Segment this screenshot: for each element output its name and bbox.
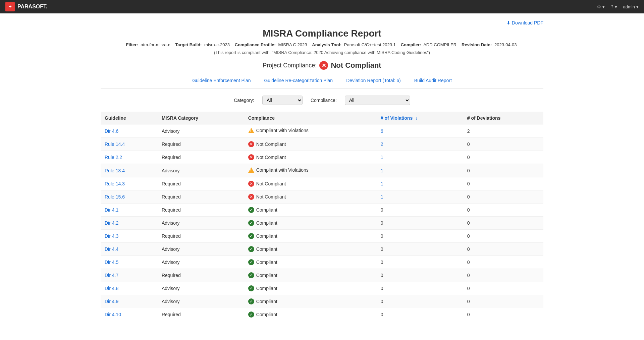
project-compliance-label: Project Compliance: bbox=[263, 62, 317, 69]
deviations-cell: 0 bbox=[463, 256, 543, 269]
guideline-link[interactable]: Rule 2.2 bbox=[105, 155, 122, 160]
compliance-badge: ✓Compliant bbox=[248, 259, 277, 265]
compliance-profile-label: Compliance Profile: bbox=[235, 42, 276, 47]
guideline-link[interactable]: Dir 4.7 bbox=[105, 273, 118, 278]
compliance-text: Compliant with Violations bbox=[256, 128, 309, 133]
help-icon: ? bbox=[611, 4, 613, 9]
violations-link[interactable]: 1 bbox=[381, 155, 383, 160]
compliance-note: (This report is compliant with: "MISRA C… bbox=[101, 50, 543, 55]
revision-date-value: 2023-04-03 bbox=[494, 42, 517, 47]
guideline-link[interactable]: Dir 4.2 bbox=[105, 220, 118, 226]
compliant-icon: ✓ bbox=[248, 285, 254, 291]
table-row: Dir 4.9Advisory✓Compliant00 bbox=[101, 295, 543, 308]
guideline-link[interactable]: Dir 4.1 bbox=[105, 207, 118, 213]
violations-link[interactable]: 6 bbox=[381, 128, 383, 134]
violations-link[interactable]: 2 bbox=[381, 141, 383, 147]
compliant-icon: ✓ bbox=[248, 246, 254, 252]
compliance-filter-select[interactable]: All Compliant Not Compliant Compliant wi… bbox=[345, 96, 410, 105]
user-dropdown-arrow: ▾ bbox=[636, 4, 639, 9]
table-row: Dir 4.1Required✓Compliant00 bbox=[101, 204, 543, 217]
deviations-cell: 0 bbox=[463, 204, 543, 217]
violations-link[interactable]: 1 bbox=[381, 168, 383, 173]
guideline-link[interactable]: Dir 4.10 bbox=[105, 312, 121, 317]
deviations-cell: 2 bbox=[463, 124, 543, 138]
warning-icon: ! bbox=[248, 167, 254, 173]
build-audit-report-link[interactable]: Build Audit Report bbox=[414, 78, 452, 83]
violations-cell: 0 bbox=[377, 282, 463, 295]
guideline-link[interactable]: Dir 4.9 bbox=[105, 299, 118, 304]
misra-category-cell: Advisory bbox=[158, 164, 244, 177]
compliance-profile-value: MISRA C 2023 bbox=[278, 42, 307, 47]
deviations-cell: 0 bbox=[463, 230, 543, 243]
compliance-text: Compliant bbox=[256, 207, 277, 213]
category-filter-select[interactable]: All Required Advisory Mandatory bbox=[262, 96, 303, 105]
col-compliance: Compliance bbox=[244, 112, 377, 124]
warning-icon: ! bbox=[248, 128, 254, 133]
compliance-badge: !Compliant with Violations bbox=[248, 128, 309, 133]
table-row: Dir 4.3Required✓Compliant00 bbox=[101, 230, 543, 243]
target-build-label: Target Build: bbox=[175, 42, 202, 47]
compliance-text: Compliant bbox=[256, 246, 277, 252]
col-num-deviations: # of Deviations bbox=[463, 112, 543, 124]
deviation-report-link[interactable]: Deviation Report (Total: 6) bbox=[346, 78, 401, 83]
compliant-icon: ✓ bbox=[248, 207, 254, 213]
table-row: Rule 14.3Required✕Not Compliant10 bbox=[101, 177, 543, 190]
compliance-text: Compliant bbox=[256, 233, 277, 239]
compliance-badge: ✕Not Compliant bbox=[248, 141, 286, 147]
guideline-link[interactable]: Dir 4.5 bbox=[105, 260, 118, 265]
compliance-text: Compliant bbox=[256, 260, 277, 265]
guideline-link[interactable]: Rule 13.4 bbox=[105, 168, 125, 173]
violations-cell: 0 bbox=[377, 230, 463, 243]
violations-link[interactable]: 1 bbox=[381, 194, 383, 200]
user-menu-button[interactable]: admin ▾ bbox=[623, 4, 639, 9]
table-row: Dir 4.10Required✓Compliant00 bbox=[101, 308, 543, 321]
report-title: MISRA Compliance Report bbox=[101, 28, 543, 39]
table-row: Rule 14.4Required✕Not Compliant20 bbox=[101, 138, 543, 151]
guideline-link[interactable]: Dir 4.8 bbox=[105, 286, 118, 291]
compliance-badge: ✓Compliant bbox=[248, 207, 277, 213]
violations-cell: 6 bbox=[377, 124, 463, 138]
deviations-cell: 0 bbox=[463, 164, 543, 177]
help-button[interactable]: ? ▾ bbox=[611, 4, 617, 9]
compliance-table: Guideline MISRA Category Compliance # of… bbox=[101, 112, 543, 321]
table-row: Dir 4.8Advisory✓Compliant00 bbox=[101, 282, 543, 295]
guideline-enforcement-plan-link[interactable]: Guideline Enforcement Plan bbox=[192, 78, 251, 83]
filter-value: atm-for-misra-c bbox=[141, 42, 170, 47]
compliance-text: Not Compliant bbox=[256, 141, 286, 147]
analysis-tool-label: Analysis Tool: bbox=[312, 42, 341, 47]
guideline-link[interactable]: Rule 14.4 bbox=[105, 141, 125, 147]
logo-icon: ✦ bbox=[5, 2, 15, 11]
analysis-tool-value: Parasoft C/C++test 2023.1 bbox=[344, 42, 396, 47]
guideline-recategorization-plan-link[interactable]: Guideline Re-categorization Plan bbox=[264, 78, 333, 83]
settings-button[interactable]: ⚙ ▾ bbox=[597, 4, 605, 9]
table-row: Rule 13.4Advisory!Compliant with Violati… bbox=[101, 164, 543, 177]
violations-link[interactable]: 1 bbox=[381, 181, 383, 186]
topnav: ✦ PARASOFT. ⚙ ▾ ? ▾ admin ▾ bbox=[0, 0, 644, 13]
deviations-cell: 0 bbox=[463, 138, 543, 151]
compliance-badge: ✓Compliant bbox=[248, 298, 277, 304]
deviations-cell: 0 bbox=[463, 177, 543, 190]
col-misra-category: MISRA Category bbox=[158, 112, 244, 124]
guideline-link[interactable]: Dir 4.6 bbox=[105, 128, 118, 134]
misra-category-cell: Advisory bbox=[158, 295, 244, 308]
col-num-violations[interactable]: # of Violations ↓ bbox=[377, 112, 463, 124]
compliant-icon: ✓ bbox=[248, 259, 254, 265]
violations-cell: 0 bbox=[377, 256, 463, 269]
misra-category-cell: Required bbox=[158, 204, 244, 217]
compliance-text: Compliant bbox=[256, 286, 277, 291]
guideline-link[interactable]: Rule 15.6 bbox=[105, 194, 125, 200]
topnav-right: ⚙ ▾ ? ▾ admin ▾ bbox=[597, 4, 639, 9]
violations-cell: 0 bbox=[377, 295, 463, 308]
download-pdf-link[interactable]: ⬇ Download PDF bbox=[506, 20, 543, 25]
misra-category-cell: Required bbox=[158, 177, 244, 190]
guideline-link[interactable]: Rule 14.3 bbox=[105, 181, 125, 186]
guideline-link[interactable]: Dir 4.4 bbox=[105, 246, 118, 252]
misra-category-cell: Required bbox=[158, 138, 244, 151]
guideline-link[interactable]: Dir 4.3 bbox=[105, 233, 118, 239]
misra-category-cell: Advisory bbox=[158, 124, 244, 138]
deviations-cell: 0 bbox=[463, 282, 543, 295]
user-label: admin bbox=[623, 4, 635, 9]
compliance-badge: ✓Compliant bbox=[248, 285, 277, 291]
compiler-value: ADD COMPILER bbox=[423, 42, 457, 47]
violations-cell: 1 bbox=[377, 190, 463, 204]
